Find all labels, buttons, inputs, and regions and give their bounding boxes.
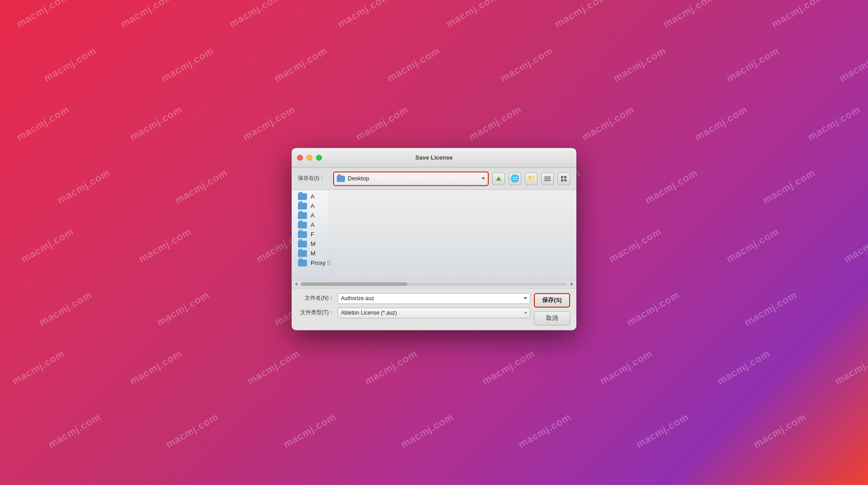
form-area: 文件名(N)： Authorize.auz 文件类型(T)： Ableton L… xyxy=(292,288,576,330)
folder-icon-7 xyxy=(298,250,307,257)
scroll-left-button[interactable] xyxy=(293,281,299,287)
file-name-5: F xyxy=(311,231,314,238)
filetype-row: 文件类型(T)： Ableton License (*.auz) xyxy=(298,307,530,318)
filename-row: 文件名(N)： Authorize.auz xyxy=(298,293,530,304)
folder-icon-2 xyxy=(298,202,307,209)
toolbar: 保存在(I)： Desktop 🌐 📁 xyxy=(292,168,576,190)
location-dropdown-highlight[interactable]: Desktop xyxy=(333,171,489,186)
scroll-thumb[interactable] xyxy=(301,282,407,286)
file-name-7: M xyxy=(311,250,316,257)
scrollbar-area xyxy=(292,280,576,288)
dialog-container: Save License 保存在(I)： Desktop 🌐 📁 xyxy=(292,148,576,330)
filename-input[interactable]: Authorize.auz xyxy=(341,295,524,301)
save-license-dialog: Save License 保存在(I)： Desktop 🌐 📁 xyxy=(292,148,576,330)
network-button[interactable]: 🌐 xyxy=(509,172,521,185)
form-buttons: 保存(S) 取消 xyxy=(534,293,570,325)
grid-view-button[interactable] xyxy=(557,172,570,185)
file-name-4: A xyxy=(311,221,315,228)
location-value: Desktop xyxy=(348,175,479,182)
filename-label: 文件名(N)： xyxy=(298,294,334,302)
filetype-dropdown-arrow-icon xyxy=(524,312,527,314)
file-name-2: A xyxy=(311,202,315,209)
new-folder-icon: 📁 xyxy=(528,175,535,182)
location-dropdown[interactable]: Desktop xyxy=(334,172,488,185)
list-view-icon xyxy=(544,176,551,181)
maximize-button[interactable] xyxy=(316,155,322,160)
scroll-right-button[interactable] xyxy=(569,281,575,287)
folder-icon-3 xyxy=(298,212,307,219)
file-name-6: M xyxy=(311,240,316,247)
traffic-lights xyxy=(297,155,322,160)
save-button[interactable]: 保存(S) xyxy=(534,293,570,307)
scroll-track[interactable] xyxy=(301,282,567,286)
minimize-button[interactable] xyxy=(307,155,312,160)
file-name-1: A xyxy=(311,193,315,200)
filetype-label: 文件类型(T)： xyxy=(298,309,334,316)
globe-icon: 🌐 xyxy=(510,174,519,183)
svg-marker-0 xyxy=(295,282,297,286)
folder-icon-6 xyxy=(298,240,307,247)
new-folder-button[interactable]: 📁 xyxy=(525,172,538,185)
file-name-3: A xyxy=(311,212,315,219)
dialog-title: Save License xyxy=(415,154,453,161)
folder-icon-5 xyxy=(298,231,307,238)
filename-input-wrapper[interactable]: Authorize.auz xyxy=(338,293,530,304)
folder-icon-8 xyxy=(298,259,307,266)
folder-icon-4 xyxy=(298,221,307,228)
folder-icon xyxy=(337,175,345,182)
list-view-button[interactable] xyxy=(541,172,554,185)
form-fields: 文件名(N)： Authorize.auz 文件类型(T)： Ableton L… xyxy=(298,293,530,325)
location-label: 保存在(I)： xyxy=(298,174,330,182)
close-button[interactable] xyxy=(297,155,303,160)
file-list-area: A A A A F xyxy=(292,190,576,280)
filename-dropdown-arrow xyxy=(524,297,527,299)
privacy-blur xyxy=(328,190,576,280)
filetype-select[interactable]: Ableton License (*.auz) xyxy=(338,307,530,318)
svg-marker-1 xyxy=(571,282,573,286)
cancel-button[interactable]: 取消 xyxy=(534,311,570,325)
form-with-buttons: 文件名(N)： Authorize.auz 文件类型(T)： Ableton L… xyxy=(298,293,570,325)
folder-icon-1 xyxy=(298,193,307,200)
up-arrow-icon xyxy=(496,176,501,180)
up-button[interactable] xyxy=(492,172,505,185)
dropdown-arrow-icon xyxy=(481,177,485,179)
filetype-value: Ableton License (*.auz) xyxy=(341,310,524,316)
grid-view-icon xyxy=(561,176,566,181)
title-bar: Save License xyxy=(292,148,576,168)
